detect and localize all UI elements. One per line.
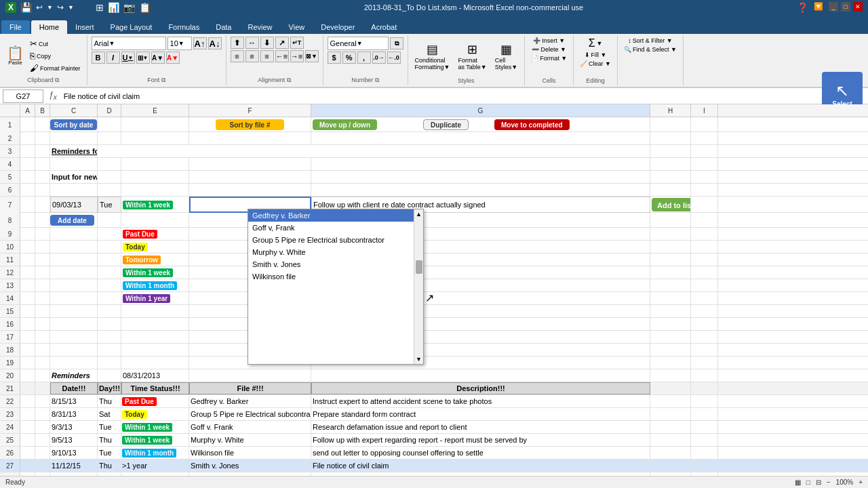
fill-color-button[interactable]: A▼ — [151, 52, 165, 64]
date-25[interactable]: 9/5/13 — [50, 434, 98, 446]
number-format-expand[interactable]: ⧉ — [390, 37, 403, 49]
scrollbar-up-button[interactable]: ▲ — [414, 209, 423, 219]
delete-cells-button[interactable]: ➖ Delete ▼ — [530, 45, 568, 54]
decrease-font-button[interactable]: A↓ — [208, 37, 222, 49]
date-26[interactable]: 9/10/13 — [50, 447, 98, 459]
restore-button[interactable]: □ — [841, 2, 850, 12]
row-23[interactable]: 23 8/31/13 Sat Today Group 5 Pipe re Ele… — [0, 408, 868, 421]
sort-filter-button[interactable]: ↕ Sort & Filter ▼ — [626, 37, 674, 45]
scrollbar-thumb[interactable] — [416, 260, 422, 274]
day-27[interactable]: Thu — [98, 460, 121, 472]
fill-button[interactable]: ⬇ Fill ▼ — [583, 51, 609, 59]
copy-button[interactable]: ⎘ Copy — [28, 50, 83, 62]
increase-indent-button[interactable]: →≡ — [290, 50, 304, 62]
row-22[interactable]: 22 8/15/13 Thu Past Due Gedfrey v. Barke… — [0, 395, 868, 408]
desc-26[interactable]: send out letter to opposing counsel offe… — [311, 447, 650, 459]
tab-review[interactable]: Review — [239, 20, 280, 34]
col-header-b[interactable]: B — [35, 104, 50, 117]
ribbon-collapse-icon[interactable]: 🔽 — [814, 2, 823, 13]
duplicate-button[interactable]: Duplicate — [423, 119, 469, 130]
sort-by-file-button[interactable]: Sort by file # — [216, 119, 283, 130]
insert-cells-button[interactable]: ➕ Insert ▼ — [531, 37, 567, 45]
status-25[interactable]: Within 1 week — [121, 434, 189, 446]
cut-button[interactable]: ✂ Cut — [28, 38, 83, 49]
align-center-button[interactable]: ≡ — [245, 50, 259, 62]
dropdown-list[interactable]: Gedfrey v. Barker Goff v, Frank Group 5 … — [248, 209, 424, 365]
add-to-list-button[interactable]: Add to list — [652, 198, 691, 211]
zoom-in-button[interactable]: + — [859, 479, 863, 486]
quick-access-redo[interactable]: ↪ — [57, 3, 64, 12]
day-24[interactable]: Tue — [98, 421, 121, 433]
number-format-selector[interactable]: General ▼ — [328, 37, 389, 50]
close-button[interactable]: ✕ — [853, 2, 863, 12]
dropdown-item-0[interactable]: Gedfrey v. Barker — [248, 209, 423, 222]
conditional-formatting-button[interactable]: ▤ ConditionalFormatting▼ — [412, 41, 453, 72]
dropdown-item-5[interactable]: Wilkinson file — [248, 270, 423, 283]
tab-home[interactable]: Home — [31, 20, 67, 34]
text-angle-button[interactable]: ↗ — [275, 37, 289, 49]
status-view-page[interactable]: □ — [806, 479, 810, 486]
status-22[interactable]: Past Due — [121, 395, 189, 407]
status-view-normal[interactable]: ▦ — [795, 479, 801, 486]
col-header-f[interactable]: F — [189, 104, 311, 117]
desc-25[interactable]: Follow up with expert regarding report -… — [311, 434, 650, 446]
align-top-button[interactable]: ⬆ — [231, 37, 244, 49]
align-left-button[interactable]: ≡ — [231, 50, 244, 62]
tab-page-layout[interactable]: Page Layout — [102, 20, 161, 34]
move-up-down-cell[interactable]: Move up / down Duplicate Move to complet… — [311, 117, 650, 132]
dropdown-item-1[interactable]: Goff v, Frank — [248, 222, 423, 234]
desc-22[interactable]: Instruct expert to attend accident scene… — [311, 395, 650, 407]
day-22[interactable]: Thu — [98, 395, 121, 407]
add-date-cell[interactable]: Add date — [50, 213, 98, 228]
col-header-c[interactable]: C — [50, 104, 98, 117]
cell-a2[interactable] — [20, 132, 35, 144]
bold-button[interactable]: B — [92, 52, 105, 64]
col-header-g[interactable]: G — [311, 104, 650, 117]
cell-reference-box[interactable] — [3, 89, 43, 103]
cell-a3[interactable] — [20, 145, 35, 157]
status-view-breaks[interactable]: ⊟ — [816, 479, 821, 486]
tab-formulas[interactable]: Formulas — [160, 20, 208, 34]
cell-d2[interactable] — [98, 132, 121, 144]
desc-23[interactable]: Prepare standard form contract — [311, 408, 650, 420]
col-header-d[interactable]: D — [98, 104, 121, 117]
row-27[interactable]: 27 11/12/15 Thu >1 year Smith v. Jones F… — [0, 460, 868, 472]
format-cells-button[interactable]: 📄 Format ▼ — [529, 54, 569, 62]
align-right-button[interactable]: ≡ — [260, 50, 274, 62]
col-header-a[interactable]: A — [20, 104, 35, 117]
merge-center-button[interactable]: ⊠▼ — [305, 50, 319, 62]
desc-24[interactable]: Research defamation issue and report to … — [311, 421, 650, 433]
autosum-button[interactable]: Σ ▼ — [587, 37, 605, 50]
move-up-down-button[interactable]: Move up / down — [313, 119, 377, 130]
cell-e2[interactable] — [121, 132, 189, 144]
clear-button[interactable]: 🧹 Clear ▼ — [578, 60, 613, 68]
dropdown-item-4[interactable]: Smith v. Jones — [248, 258, 423, 270]
row-25[interactable]: 25 9/5/13 Thu Within 1 week Murphy v. Wh… — [0, 434, 868, 447]
cell-f2[interactable] — [189, 132, 311, 144]
col-header-h[interactable]: H — [650, 104, 691, 117]
date-27[interactable]: 11/12/15 — [50, 460, 98, 472]
file-26[interactable]: Wilkinson file — [189, 447, 311, 459]
quick-access-save[interactable]: 💾 — [20, 2, 32, 13]
col-header-e[interactable]: E — [121, 104, 189, 117]
quick-access-undo[interactable]: ↩ — [36, 3, 43, 12]
date-23[interactable]: 8/31/13 — [50, 408, 98, 420]
cell-styles-button[interactable]: ▦ CellStyles▼ — [492, 41, 520, 72]
sort-by-file-cell[interactable]: Sort by file # — [189, 117, 311, 132]
file-22[interactable]: Gedfrey v. Barker — [189, 395, 311, 407]
align-middle-button[interactable]: ↔ — [245, 37, 259, 49]
dropdown-item-3[interactable]: Murphy v. White — [248, 246, 423, 258]
file-27[interactable]: Smith v. Jones — [189, 460, 311, 472]
file-24[interactable]: Goff v. Frank — [189, 421, 311, 433]
comma-button[interactable]: , — [357, 52, 371, 64]
tab-file[interactable]: File — [1, 20, 30, 34]
wrap-text-button[interactable]: ↵T — [290, 37, 304, 49]
status-27[interactable]: >1 year — [121, 460, 189, 472]
cell-a1[interactable] — [20, 117, 35, 132]
quick-access-undo-dropdown[interactable]: ▼ — [47, 4, 53, 11]
input-status-cell[interactable]: Within 1 week — [121, 197, 189, 213]
status-24[interactable]: Within 1 week — [121, 421, 189, 433]
decrease-indent-button[interactable]: ←≡ — [275, 50, 289, 62]
help-icon[interactable]: ❓ — [797, 2, 808, 13]
col-header-i[interactable]: I — [691, 104, 718, 117]
